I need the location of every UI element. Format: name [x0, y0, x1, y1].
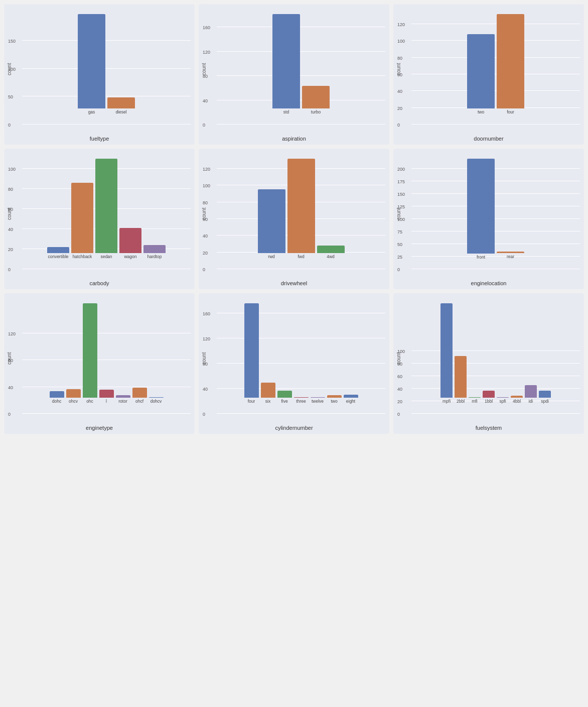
bar-hardtop: hardtop [143, 159, 166, 259]
y-axis-label: count [200, 154, 208, 274]
bar-gas: gas [78, 14, 105, 114]
chart-drivewheel: count020406080100120rwdfwd4wddrivewheel [199, 149, 389, 289]
y-axis-label: count [5, 154, 13, 274]
bar-rwd: rwd [258, 159, 285, 259]
bar-ohcf: ohcf [132, 303, 147, 404]
y-axis-label: count [200, 298, 208, 419]
bar-l: l [99, 303, 114, 404]
bar-convertible: convertible [47, 159, 69, 259]
bar-std: std [272, 14, 300, 114]
bar-spfi: spfi [497, 303, 509, 404]
bar-four: four [497, 14, 524, 114]
bar-wagon: wagon [119, 159, 141, 259]
chart-title-doornumber: doornumber [393, 136, 584, 142]
chart-enginelocation: count0255075100125150175200frontrearengi… [393, 149, 584, 289]
chart-title-enginetype: enginetype [4, 425, 195, 431]
chart-title-fueltype: fueltype [4, 136, 195, 142]
bar-twelve: twelve [311, 303, 325, 404]
bar-two: two [467, 14, 495, 114]
chart-aspiration: count04080120160stdturboaspiration [199, 4, 389, 145]
bar-sedan: sedan [95, 159, 117, 259]
bar-three: three [294, 303, 309, 404]
bar-fwd: fwd [287, 159, 315, 259]
bar-4bbl: 4bbl [511, 303, 523, 404]
chart-title-carbody: carbody [4, 280, 195, 286]
y-axis-label: count [394, 9, 402, 130]
bar-five: five [277, 303, 292, 404]
bar-1bbl: 1bbl [483, 303, 495, 404]
chart-fueltype: count050100150gasdieselfueltype [4, 4, 195, 145]
bar-front: front [467, 159, 495, 259]
bar-rear: rear [497, 159, 524, 259]
chart-doornumber: count020406080100120twofourdoornumber [393, 4, 584, 145]
charts-grid: count050100150gasdieselfueltypecount0408… [0, 0, 588, 438]
bar-turbo: turbo [302, 14, 330, 114]
chart-title-drivewheel: drivewheel [199, 280, 389, 286]
chart-title-enginelocation: enginelocation [393, 280, 584, 286]
bar-spdi: spdi [539, 303, 551, 404]
chart-title-aspiration: aspiration [199, 136, 389, 142]
chart-carbody: count020406080100convertiblehatchbacksed… [4, 149, 195, 289]
bar-dohcv: dohcv [149, 303, 164, 404]
bar-mfi: mfi [469, 303, 481, 404]
bar-six: six [261, 303, 275, 404]
bar-ohcv: ohcv [66, 303, 81, 404]
bar-mpfi: mpfi [440, 303, 453, 404]
bar-rotor: rotor [116, 303, 130, 404]
chart-title-fuelsystem: fuelsystem [393, 425, 584, 431]
bar-four: four [244, 303, 259, 404]
bar-dohc: dohc [50, 303, 64, 404]
bar-two: two [327, 303, 342, 404]
chart-enginetype: count04080120dohcohcvohclrotorohcfdohcve… [4, 293, 195, 434]
bar-idi: idi [525, 303, 537, 404]
bar-ohc: ohc [83, 303, 97, 404]
bar-eight: eight [344, 303, 358, 404]
chart-fuelsystem: count020406080100mpfi2bblmfi1bblspfi4bbl… [393, 293, 584, 434]
bar-4wd: 4wd [317, 159, 345, 259]
bar-hatchback: hatchback [71, 159, 93, 259]
chart-cylindernumber: count04080120160foursixfivethreetwelvetw… [199, 293, 389, 434]
chart-title-cylindernumber: cylindernumber [199, 425, 389, 431]
bar-2bbl: 2bbl [455, 303, 467, 404]
bar-diesel: diesel [107, 14, 135, 114]
